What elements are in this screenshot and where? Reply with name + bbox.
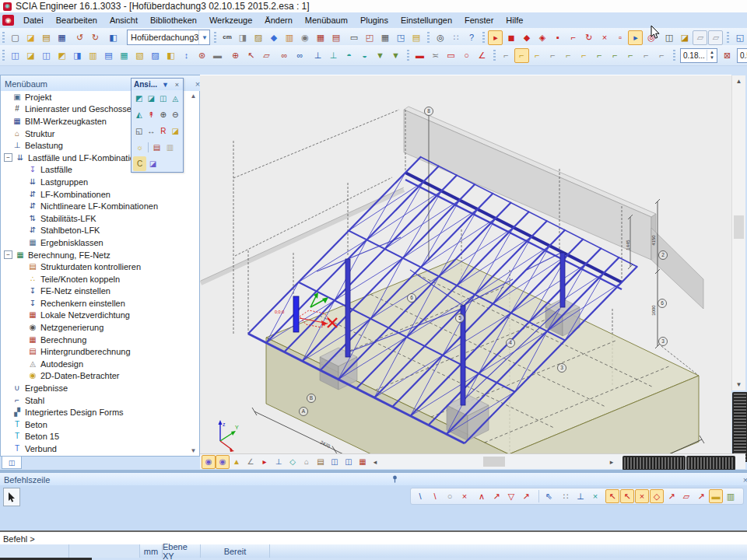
disconnect-members-icon[interactable]: ∞ xyxy=(293,48,307,63)
tree-item-ergebnisklassen[interactable]: ▦Ergebnisklassen xyxy=(1,236,199,249)
draw-multiline-icon[interactable]: ≍ xyxy=(428,48,443,63)
snap-delete-icon[interactable]: × xyxy=(458,489,472,503)
point-grid-icon[interactable]: ∷ xyxy=(448,30,463,45)
shrink-members-icon[interactable]: ◇ xyxy=(286,455,300,469)
display-local-axes-icon[interactable]: ↻ xyxy=(581,30,596,45)
display-loads-icon[interactable]: ◈ xyxy=(535,30,549,45)
menu-item-einstellungen[interactable]: Einstellungen xyxy=(395,13,458,27)
tree-item-nichtlineare-lf-kombinationen[interactable]: ⇵Nichtlineare LF-Kombinationen xyxy=(1,200,199,212)
zoom-window-icon[interactable]: ◱ xyxy=(133,124,146,138)
frame-tool-8-icon[interactable]: ⌐ xyxy=(608,48,622,63)
display-model-data-icon[interactable]: × xyxy=(597,30,612,45)
frame-tool-5-icon[interactable]: ⌐ xyxy=(561,48,576,63)
snap-segment-icon[interactable]: ↗ xyxy=(519,489,533,503)
calculator-icon[interactable]: ▦ xyxy=(377,30,392,45)
chevron-down-icon[interactable]: ▼ xyxy=(198,30,209,44)
member-labels-icon[interactable]: ▥ xyxy=(282,30,296,45)
tree-item-teile-knoten-koppeln[interactable]: ∴Teile/Knoten koppeln xyxy=(1,273,199,285)
working-plane-icon[interactable]: ▱ xyxy=(259,48,274,63)
support-tool-1-icon[interactable]: ⊥ xyxy=(310,48,325,63)
vscroll-thumb[interactable] xyxy=(734,215,744,239)
snap-orthogonal-icon[interactable]: ◇ xyxy=(650,489,664,503)
cursor-snap-settings-icon[interactable]: ⇖ xyxy=(542,489,556,503)
scroll-right-icon[interactable]: ▸ xyxy=(606,458,617,466)
calculation-table-icon[interactable]: ▦ xyxy=(313,30,328,45)
scroll-up-icon[interactable]: ▲ xyxy=(732,75,745,87)
expander-icon[interactable]: − xyxy=(4,153,12,162)
menu-item-datei[interactable]: Datei xyxy=(17,13,50,27)
zoom-out-icon[interactable]: ⊖ xyxy=(170,107,182,122)
tree-item-integriertes-design-forms[interactable]: ▞Integriertes Design Forms xyxy=(1,406,199,418)
open-project-icon[interactable]: ◪ xyxy=(23,30,38,45)
support-tool-3-icon[interactable]: ◓ xyxy=(342,48,356,63)
command-input[interactable]: Befehl > xyxy=(0,530,747,546)
display-hinges-icon[interactable]: ◆ xyxy=(519,30,534,45)
snap-tangent-icon[interactable]: ↗ xyxy=(489,489,503,503)
display-numbering-icon[interactable]: ▫ xyxy=(612,30,627,45)
menu-item-fenster[interactable]: Fenster xyxy=(458,13,500,27)
mesh-size-spinner[interactable]: 0.18... ▲▼ xyxy=(680,48,717,63)
view-front-icon[interactable]: ◪ xyxy=(146,91,158,106)
tree-item-hintergrundberechnung[interactable]: ▤Hintergrundberechnung xyxy=(1,345,199,358)
tree-scroll-down-icon[interactable]: ▼ xyxy=(188,447,198,454)
tree-item-rechenkern-einstellen[interactable]: ↧Rechenkern einstellen xyxy=(1,297,199,310)
frame-tool-7-icon[interactable]: ⌐ xyxy=(592,48,607,63)
snap-table-icon[interactable]: ▥ xyxy=(724,489,738,503)
beam-tool-10-icon[interactable]: ▨ xyxy=(148,48,163,63)
window-cascade-icon[interactable]: ◱ xyxy=(732,30,747,45)
frame-tool-1-icon[interactable]: ⌐ xyxy=(499,48,514,63)
tree-item-berechnung[interactable]: ▦Berechnung xyxy=(1,334,199,346)
display-nodes-icon[interactable]: ▸ xyxy=(488,30,503,45)
view-corner-icon[interactable]: ◭ xyxy=(133,107,146,122)
notebook-icon[interactable]: ▤ xyxy=(314,455,328,469)
hscroll-thumb[interactable] xyxy=(483,457,505,467)
menu-item-ndern[interactable]: Ändern xyxy=(258,13,298,27)
view-palette-header[interactable]: Ansi... ▼ × xyxy=(132,79,183,90)
split-view-icon[interactable]: ◫ xyxy=(661,30,676,45)
section-display-icon[interactable]: ▸ xyxy=(258,455,272,469)
tree-scroll-up-icon[interactable]: ▲ xyxy=(188,93,198,100)
snap-line-grid-icon[interactable]: ▬ xyxy=(709,489,723,503)
frame-tool-9-icon[interactable]: ⌐ xyxy=(623,48,638,63)
new-project-icon[interactable]: ▢ xyxy=(8,30,23,45)
beam-tool-4-icon[interactable]: ◩ xyxy=(54,48,69,63)
menu-item-werkzeuge[interactable]: Werkzeuge xyxy=(203,13,258,27)
snap-midpoint-icon[interactable]: ↖ xyxy=(620,489,634,503)
tree-item-stabilit-ts-lfk[interactable]: ⇅Stabilitäts-LFK xyxy=(1,212,199,225)
measure-icon[interactable]: ∠ xyxy=(244,455,258,469)
support-tool-2-icon[interactable]: ⊥ xyxy=(326,48,341,63)
tree-item-beton-15[interactable]: TBeton 15 xyxy=(1,431,199,443)
print-picture-icon[interactable]: ▤ xyxy=(150,140,163,155)
frame-tool-11-icon[interactable]: ⌐ xyxy=(654,48,669,63)
export-document-icon[interactable]: ◳ xyxy=(393,30,408,45)
menu-item-hilfe[interactable]: Hilfe xyxy=(500,13,529,27)
frame-tool-10-icon[interactable]: ⌐ xyxy=(639,48,654,63)
draw-line-icon[interactable]: ▬ xyxy=(412,48,427,63)
view-axonometric-icon[interactable]: ◬ xyxy=(170,91,182,106)
tree-item-lastgruppen[interactable]: ⇊Lastgruppen xyxy=(1,176,199,188)
tree-item-netzgenerierung[interactable]: ◉Netzgenerierung xyxy=(1,321,199,334)
close-icon[interactable]: × xyxy=(174,81,181,89)
connect-members-icon[interactable]: ∞ xyxy=(277,48,292,63)
print-preview-icon[interactable]: ◰ xyxy=(362,30,377,45)
beam-tool-6-icon[interactable]: ▥ xyxy=(86,48,100,63)
menu-item-plugins[interactable]: Plugins xyxy=(354,13,395,27)
snap-intersection-icon[interactable]: × xyxy=(635,489,649,503)
scroll-down-icon[interactable]: ▼ xyxy=(732,379,745,390)
viewport-resize-bar-2[interactable] xyxy=(686,456,735,471)
tree-item-verbund[interactable]: TVerbund xyxy=(1,443,199,455)
tree-item-lf-kombinationen[interactable]: ⇵LF-Kombinationen xyxy=(1,188,199,201)
menutree-tab[interactable]: ◫ xyxy=(2,457,22,469)
tree-item-autodesign[interactable]: ◬Autodesign xyxy=(1,358,199,370)
store-view-icon[interactable]: ◪ xyxy=(170,124,182,138)
copy-picture-icon[interactable]: C xyxy=(133,156,146,171)
beam-tool-3-icon[interactable]: ◫ xyxy=(39,48,54,63)
save-all-icon[interactable]: ▤ xyxy=(39,30,54,45)
save-icon[interactable]: ▦ xyxy=(54,30,69,45)
draw-rectangle-icon[interactable]: ▭ xyxy=(444,48,458,63)
frame-tool-6-icon[interactable]: ⌐ xyxy=(577,48,591,63)
snap-ortho-icon[interactable]: ⊥ xyxy=(573,489,587,503)
undo-icon[interactable]: ↺ xyxy=(72,30,87,45)
view-side-icon[interactable]: ◫ xyxy=(157,91,170,106)
beam-tool-1-icon[interactable]: ◫ xyxy=(8,48,23,63)
